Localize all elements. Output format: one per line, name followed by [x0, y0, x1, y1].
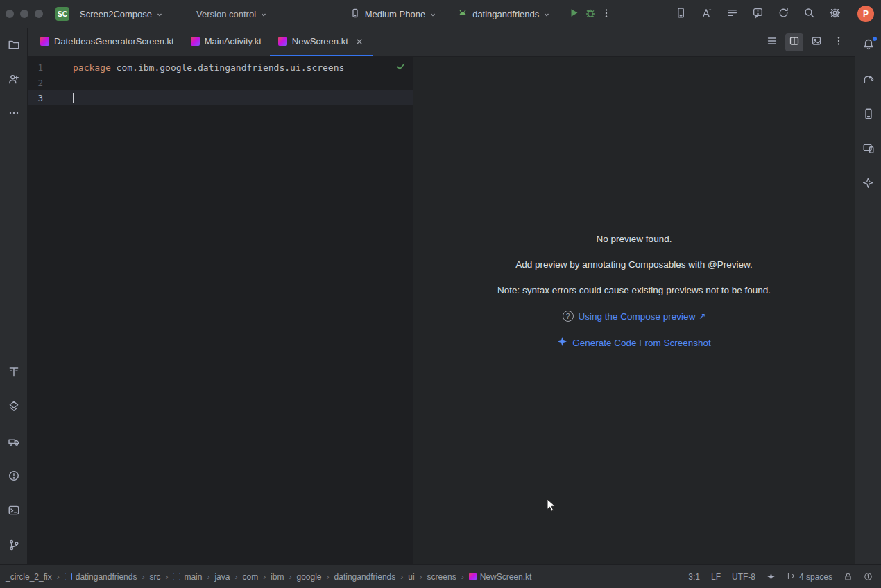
user-avatar[interactable]: P: [857, 6, 874, 22]
breadcrumb-separator: ›: [207, 572, 209, 582]
breadcrumb-item[interactable]: com: [242, 572, 258, 582]
settings-button[interactable]: [826, 4, 844, 24]
breadcrumb-item[interactable]: _circle_2_fix: [6, 572, 52, 582]
external-link-icon: ↗: [699, 311, 705, 321]
generate-link-label[interactable]: Generate Code From Screenshot: [572, 338, 711, 348]
gradle-sync-button[interactable]: [775, 4, 792, 24]
generate-code-from-screenshot-link[interactable]: Generate Code From Screenshot: [557, 336, 711, 349]
breadcrumb-separator: ›: [142, 572, 144, 582]
build-tool-button[interactable]: [5, 432, 23, 452]
more-actions-button[interactable]: [599, 6, 614, 23]
close-tab-icon[interactable]: [354, 37, 364, 46]
chevron-down-icon: [543, 9, 550, 19]
breadcrumb-item[interactable]: main: [173, 572, 202, 582]
logcat-button[interactable]: [724, 4, 741, 24]
breadcrumb-item[interactable]: ibm: [271, 572, 284, 582]
compose-preview-docs-link[interactable]: ? Using the Compose preview ↗: [563, 311, 706, 322]
line-number: 2: [28, 78, 43, 88]
docs-link-label[interactable]: Using the Compose preview: [579, 311, 696, 322]
tab-label: DateIdeasGeneratorScreen.kt: [54, 36, 174, 46]
titlebar: SC Screen2Compose Version control Medium…: [0, 0, 881, 28]
gemini-sparkle-icon: [557, 336, 567, 349]
search-everywhere-button[interactable]: [801, 4, 818, 24]
device-manager-button[interactable]: [672, 4, 690, 24]
design-view-button[interactable]: [807, 33, 826, 51]
maximize-window-button[interactable]: [35, 10, 43, 18]
gemini-tool-button[interactable]: [859, 174, 877, 193]
window-controls: [6, 10, 43, 18]
problems-icon: [8, 469, 20, 484]
inspection-status-icon[interactable]: [396, 62, 406, 74]
version-control-label: Version control: [196, 9, 256, 19]
readonly-lock-widget[interactable]: [844, 572, 853, 581]
running-devices-tool-button[interactable]: [859, 139, 878, 159]
editor-tab-bar: DateIdeasGeneratorScreen.kt MainActivity…: [28, 28, 855, 57]
resource-manager-icon: [8, 73, 20, 87]
plain-token: com.ibm.google.datingandfriends.ui.scree…: [111, 62, 345, 73]
gemini-status-icon[interactable]: [767, 572, 776, 581]
breadcrumb-separator: ›: [263, 572, 266, 582]
problems-tool-button[interactable]: [5, 467, 23, 487]
debug-button[interactable]: [582, 5, 599, 24]
device-selector[interactable]: Medium Phone: [345, 4, 441, 24]
minimize-window-button[interactable]: [20, 10, 28, 18]
chevron-down-icon: [429, 9, 436, 19]
layout-inspector-icon: [8, 365, 20, 380]
layout-inspector-tool-button[interactable]: [5, 363, 23, 383]
breadcrumb-item[interactable]: datingandfriends: [65, 572, 137, 582]
breadcrumb: _circle_2_fix › datingandfriends › src ›…: [6, 572, 531, 582]
breadcrumb-item[interactable]: ui: [408, 572, 414, 582]
breadcrumb-separator: ›: [234, 572, 237, 582]
keyword-token: package: [73, 62, 111, 73]
line-separator-widget[interactable]: LF: [711, 572, 721, 582]
editor-more-button[interactable]: [830, 33, 848, 51]
version-control-menu[interactable]: Version control: [191, 6, 272, 23]
breadcrumb-item[interactable]: screens: [427, 572, 456, 582]
chevron-down-icon: [260, 9, 267, 19]
tab-newscreen[interactable]: NewScreen.kt: [270, 28, 373, 56]
gemini-assistant-button[interactable]: [698, 4, 715, 24]
line-number: 3: [28, 93, 43, 103]
kotlin-file-icon: [278, 37, 287, 46]
code-view-button[interactable]: [763, 33, 781, 51]
encoding-widget[interactable]: UTF-8: [732, 572, 755, 582]
breadcrumb-item[interactable]: java: [214, 572, 230, 582]
breadcrumb-item[interactable]: google: [296, 572, 321, 582]
compose-preview-panel: No preview found. Add preview by annotat…: [413, 57, 855, 564]
kotlin-file-icon: [469, 573, 477, 580]
project-tool-button[interactable]: [5, 35, 23, 55]
app-quality-insights-button[interactable]: [749, 4, 767, 24]
bug-icon: [585, 8, 596, 21]
status-info-icon[interactable]: [864, 572, 873, 581]
close-window-button[interactable]: [6, 10, 14, 18]
tab-dateideasgeneratorscreen[interactable]: DateIdeasGeneratorScreen.kt: [32, 28, 182, 56]
run-button[interactable]: [566, 5, 582, 23]
more-tool-windows-button[interactable]: [6, 105, 22, 123]
preview-note: Note: syntax errors could cause existing…: [497, 285, 771, 295]
left-tool-stripe: [0, 28, 28, 564]
run-configuration-selector[interactable]: datingandfriends: [452, 4, 555, 24]
app-inspection-tool-button[interactable]: [5, 397, 23, 417]
project-selector[interactable]: Screen2Compose: [75, 6, 168, 23]
line-number: 1: [28, 62, 43, 73]
breadcrumb-item[interactable]: datingandfriends: [334, 572, 396, 582]
tab-mainactivity[interactable]: MainActivity.kt: [182, 28, 270, 56]
indent-widget[interactable]: 4 spaces: [787, 571, 832, 582]
version-control-tool-button[interactable]: [5, 536, 23, 556]
no-preview-title: No preview found.: [597, 234, 672, 244]
status-bar: _circle_2_fix › datingandfriends › src ›…: [0, 564, 881, 588]
logcat-icon: [726, 7, 738, 21]
caret-position-widget[interactable]: 3:1: [688, 572, 700, 582]
code-editor[interactable]: 1 package com.ibm.google.datingandfriend…: [28, 57, 413, 564]
gradle-tool-button[interactable]: [859, 70, 878, 90]
notifications-tool-button[interactable]: [859, 35, 878, 55]
breadcrumb-item[interactable]: NewScreen.kt: [469, 572, 532, 582]
breadcrumb-item[interactable]: src: [149, 572, 160, 582]
terminal-tool-button[interactable]: [5, 501, 23, 521]
split-view-button[interactable]: [785, 33, 803, 51]
app-quality-insights-icon: [752, 7, 764, 21]
code-line: 2: [28, 75, 413, 90]
gemini-pen-icon: [701, 7, 712, 21]
device-manager-tool-button[interactable]: [859, 105, 878, 125]
resource-manager-tool-button[interactable]: [5, 70, 23, 90]
